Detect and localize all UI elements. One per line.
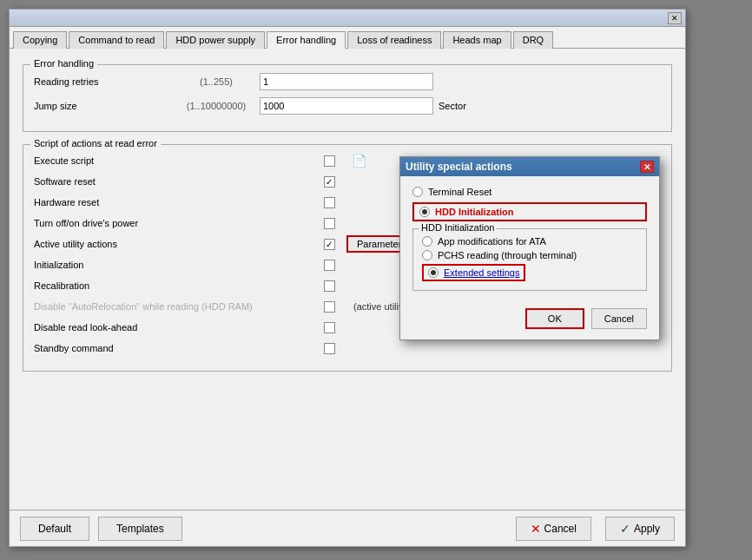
jump-size-input[interactable] (260, 97, 433, 115)
tab-loss-of-readiness[interactable]: Loss of readiness (347, 31, 441, 49)
cancel-label: Cancel (544, 523, 577, 535)
terminal-reset-radio[interactable] (412, 187, 423, 197)
tab-heads-map[interactable]: Heads map (443, 31, 511, 49)
close-button[interactable]: ✕ (668, 12, 682, 24)
active-utility-checkbox[interactable] (324, 239, 335, 250)
recalibration-checkbox-cell (312, 280, 346, 292)
recalibration-label: Recalibration (34, 280, 312, 291)
jump-size-unit: Sector (439, 101, 466, 111)
software-reset-label: Software reset (34, 176, 312, 187)
dialog-title: Utility special actions (406, 161, 512, 173)
initialization-checkbox-cell (312, 260, 346, 271)
hdd-init-group-label: HDD Initialization (419, 222, 497, 233)
hdd-init-label: HDD Initialization (435, 207, 513, 217)
power-toggle-label: Turn off/on drive's power (34, 218, 312, 228)
apply-button[interactable]: ✓ Apply (605, 517, 675, 541)
tab-copying[interactable]: Copying (13, 31, 67, 49)
reading-retries-range: (1..255) (173, 76, 260, 87)
hdd-init-row: HDD Initialization (419, 207, 640, 217)
hardware-reset-checkbox[interactable] (324, 197, 335, 208)
pchs-reading-radio[interactable] (422, 250, 432, 260)
standby-command-checkbox-cell (312, 343, 346, 354)
error-handling-group: Error handling Reading retries (1..255) … (23, 64, 672, 132)
power-toggle-checkbox[interactable] (324, 218, 335, 229)
disable-lookahead-label: Disable read look-ahead (34, 322, 312, 333)
extended-settings-box: Extended settings (422, 264, 525, 281)
default-button[interactable]: Default (20, 517, 89, 541)
software-reset-checkbox[interactable] (324, 176, 335, 188)
initialization-checkbox[interactable] (324, 260, 335, 271)
templates-button[interactable]: Templates (98, 517, 182, 541)
terminal-reset-label: Terminal Reset (428, 187, 491, 197)
standby-command-row: Standby command (34, 339, 661, 357)
recalibration-checkbox[interactable] (324, 280, 335, 292)
tab-bar: Copying Command to read HDD power supply… (10, 27, 685, 49)
apply-label: Apply (634, 523, 660, 535)
disable-lookahead-checkbox[interactable] (324, 322, 335, 333)
terminal-reset-row: Terminal Reset (412, 187, 647, 197)
reading-retries-row: Reading retries (1..255) (34, 72, 661, 91)
extended-settings-label: Extended settings (444, 267, 519, 278)
dialog-title-bar: Utility special actions ✕ (400, 157, 659, 176)
reading-retries-label: Reading retries (34, 76, 173, 87)
disable-autorelocation-checkbox-cell (312, 301, 346, 313)
apply-icon: ✓ (620, 522, 630, 536)
tab-error-handling[interactable]: Error handling (267, 31, 346, 49)
app-mod-ata-row: App modifications for ATA (422, 236, 637, 247)
app-mod-ata-radio[interactable] (422, 236, 432, 247)
hdd-init-group: HDD Initialization App modifications for… (412, 228, 647, 291)
disable-lookahead-checkbox-cell (312, 322, 346, 333)
utility-dialog[interactable]: Utility special actions ✕ Terminal Reset… (399, 156, 660, 340)
power-toggle-checkbox-cell (312, 218, 346, 229)
dialog-content: Terminal Reset HDD Initialization HDD In… (400, 176, 659, 301)
cancel-button[interactable]: ✕ Cancel (516, 517, 591, 541)
hardware-reset-label: Hardware reset (34, 197, 312, 208)
software-reset-checkbox-cell (312, 176, 346, 188)
cancel-icon: ✕ (531, 522, 541, 536)
extended-settings-radio[interactable] (428, 267, 439, 278)
execute-script-checkbox[interactable] (324, 155, 335, 167)
active-utility-checkbox-cell (312, 239, 346, 250)
initialization-label: Initialization (34, 260, 312, 270)
dialog-buttons: OK Cancel (400, 301, 659, 339)
standby-command-checkbox[interactable] (324, 343, 335, 354)
script-label: Script of actions at read error (30, 138, 161, 148)
hdd-init-option-box: HDD Initialization (412, 202, 647, 221)
execute-script-label: Execute script (34, 155, 312, 166)
tab-command-to-read[interactable]: Command to read (69, 31, 164, 49)
disable-autorelocation-checkbox[interactable] (324, 301, 335, 313)
standby-command-label: Standby command (34, 343, 312, 353)
reading-retries-input[interactable] (260, 73, 433, 90)
disable-autorelocation-label: Disable "AutoRelocation" while reading (… (34, 301, 312, 312)
hdd-init-radio[interactable] (419, 207, 430, 217)
bottom-bar: Default Templates ✕ Cancel ✓ Apply (10, 510, 685, 546)
hardware-reset-checkbox-cell (312, 197, 346, 208)
tab-hdd-power-supply[interactable]: HDD power supply (166, 31, 265, 49)
title-bar: ✕ (10, 10, 685, 27)
jump-size-label: Jump size (34, 101, 173, 111)
execute-script-checkbox-cell (312, 155, 346, 167)
error-handling-label: Error handling (30, 58, 97, 69)
tab-drq[interactable]: DRQ (513, 31, 553, 49)
dialog-close-button[interactable]: ✕ (640, 161, 654, 173)
jump-size-row: Jump size (1..10000000) Sector (34, 96, 661, 115)
app-mod-ata-label: App modifications for ATA (438, 236, 546, 247)
active-utility-label: Active utility actions (34, 239, 312, 249)
dialog-cancel-button[interactable]: Cancel (591, 308, 647, 329)
script-file-icon[interactable]: 📄 (350, 152, 367, 169)
pchs-reading-label: PCHS reading (through terminal) (438, 250, 577, 260)
dialog-ok-button[interactable]: OK (525, 308, 584, 329)
pchs-reading-row: PCHS reading (through terminal) (422, 250, 637, 260)
jump-size-range: (1..10000000) (173, 101, 260, 111)
